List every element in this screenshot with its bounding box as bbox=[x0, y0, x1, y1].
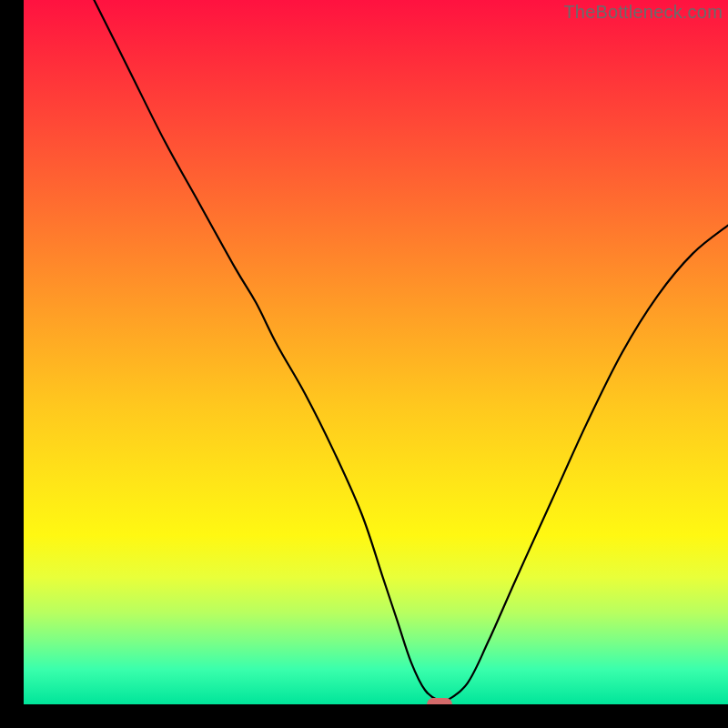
bottleneck-chart: TheBottleneck.com bbox=[0, 0, 728, 728]
y-axis-frame bbox=[0, 0, 24, 728]
x-axis-frame bbox=[0, 704, 728, 728]
plot-area bbox=[24, 0, 728, 704]
watermark-label: TheBottleneck.com bbox=[563, 2, 723, 23]
optimal-marker bbox=[427, 698, 452, 704]
curve-layer bbox=[24, 0, 728, 704]
bottleneck-curve-path bbox=[94, 0, 728, 703]
